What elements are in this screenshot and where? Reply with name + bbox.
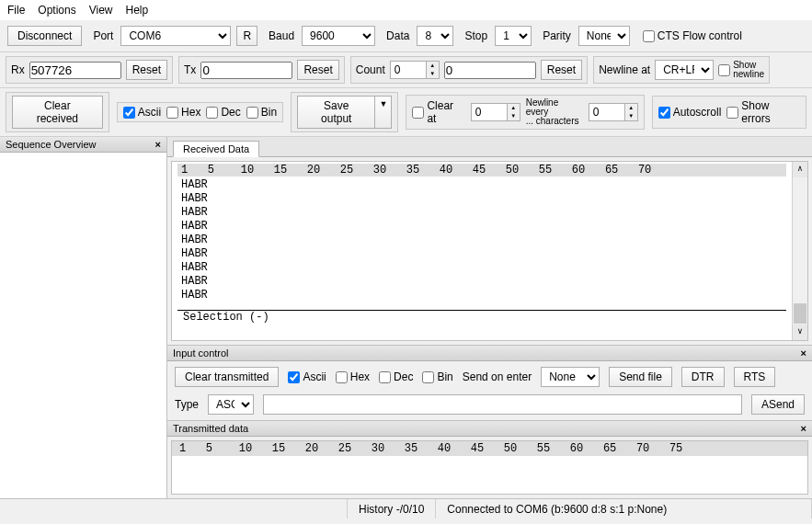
- selection-status: Selection (-): [177, 310, 786, 324]
- tx-count: [200, 62, 292, 79]
- clear-received-button[interactable]: Clear received: [12, 96, 103, 129]
- received-ruler: 1 5 10 15 20 25 30 35 40 45 50 55 60 65 …: [177, 164, 786, 177]
- chevron-down-icon: ▼: [375, 96, 392, 129]
- received-lines: HABR HABR HABR HABR HABR HABR HABR HABR …: [177, 177, 786, 304]
- menu-bar: File Options View Help: [0, 0, 812, 20]
- send-input[interactable]: [263, 394, 742, 415]
- tab-received-data[interactable]: Received Data: [173, 141, 259, 157]
- menu-help[interactable]: Help: [126, 4, 149, 17]
- data-label: Data: [386, 29, 409, 42]
- menu-view[interactable]: View: [89, 4, 113, 17]
- rx-dec-checkbox[interactable]: Dec: [206, 106, 240, 119]
- clear-at-spinner[interactable]: ▲▼: [471, 103, 520, 121]
- data-select[interactable]: 8: [417, 26, 453, 46]
- port-label: Port: [93, 29, 113, 42]
- show-newline-checkbox[interactable]: Show newline: [718, 61, 764, 79]
- transmitted-title: Transmitted data: [173, 423, 248, 434]
- count-spinner[interactable]: ▲▼: [390, 61, 440, 79]
- stop-label: Stop: [464, 29, 487, 42]
- close-tx-button[interactable]: ×: [801, 423, 806, 434]
- scroll-up-icon: ∧: [793, 162, 807, 177]
- spin-down-icon: ▼: [427, 70, 439, 78]
- counters-row: Rx Reset Tx Reset Count ▲▼ Reset Newline…: [0, 52, 812, 88]
- close-sidebar-button[interactable]: ×: [155, 139, 161, 150]
- asend-button[interactable]: ASend: [751, 394, 805, 415]
- newline-group: Newline at CR+LF Show newline: [593, 56, 770, 84]
- type-select[interactable]: ASC: [208, 394, 254, 415]
- main-area: Sequence Overview × Received Data 1 5 10…: [0, 137, 812, 498]
- received-scrollbar[interactable]: ∧ ∨: [792, 162, 807, 340]
- baud-label: Baud: [269, 29, 294, 42]
- count-field: [444, 62, 536, 79]
- clear-at-checkbox[interactable]: Clear at: [412, 99, 464, 125]
- rx-ascii-checkbox[interactable]: Ascii: [123, 106, 161, 119]
- tx-ruler: 1 5 10 15 20 25 30 35 40 45 50 55 60 65 …: [172, 441, 807, 456]
- cts-flow-checkbox[interactable]: CTS Flow control: [643, 29, 742, 42]
- sequence-overview-body: [0, 153, 166, 498]
- rx-reset-button[interactable]: Reset: [126, 60, 167, 80]
- input-control-panel: Input control × Clear transmitted Ascii …: [167, 346, 812, 421]
- port-select[interactable]: COM6: [120, 26, 231, 46]
- options-row: Clear received Ascii Hex Dec Bin Save ou…: [0, 88, 812, 137]
- tx-label: Tx: [184, 63, 196, 76]
- count-label: Count: [356, 63, 385, 76]
- send-file-button[interactable]: Send file: [609, 367, 672, 387]
- save-output-button[interactable]: Save output▼: [297, 96, 392, 129]
- reconnect-button[interactable]: R: [236, 26, 257, 46]
- send-on-enter-label: Send on enter: [463, 370, 532, 383]
- status-connection: Connected to COM6 (b:9600 d:8 s:1 p:None…: [436, 499, 812, 518]
- input-control-title: Input control: [173, 347, 229, 359]
- rts-button[interactable]: RTS: [734, 367, 776, 387]
- tx-group: Tx Reset: [178, 56, 345, 84]
- received-panel: Received Data 1 5 10 15 20 25 30 35 40 4…: [167, 137, 812, 346]
- tx-lines: [172, 456, 807, 487]
- count-reset-button[interactable]: Reset: [541, 60, 582, 80]
- rx-group: Rx Reset: [6, 56, 173, 84]
- tx-hex-checkbox[interactable]: Hex: [336, 370, 370, 383]
- sequence-overview-title: Sequence Overview: [6, 139, 96, 150]
- transmitted-panel: Transmitted data × 1 5 10 15 20 25 30 35…: [167, 421, 812, 498]
- dtr-button[interactable]: DTR: [681, 367, 725, 387]
- type-label: Type: [175, 398, 199, 411]
- newline-every-label: Newline every ... characters: [526, 98, 583, 126]
- status-bar: History -/0/10 Connected to COM6 (b:9600…: [0, 498, 812, 518]
- newline-at-select[interactable]: CR+LF: [655, 60, 714, 80]
- newline-at-label: Newline at: [599, 63, 650, 76]
- scroll-down-icon: ∨: [793, 325, 807, 340]
- clear-transmitted-button[interactable]: Clear transmitted: [175, 367, 279, 387]
- tx-ascii-checkbox[interactable]: Ascii: [288, 370, 326, 383]
- sequence-overview-panel: Sequence Overview ×: [0, 137, 167, 498]
- rx-hex-checkbox[interactable]: Hex: [166, 106, 200, 119]
- count-group: Count ▲▼ Reset: [350, 56, 588, 84]
- tx-dec-checkbox[interactable]: Dec: [379, 370, 413, 383]
- connection-toolbar: Disconnect Port COM6 R Baud 9600 Data 8 …: [0, 20, 812, 52]
- autoscroll-checkbox[interactable]: Autoscroll: [658, 106, 722, 119]
- rx-bin-checkbox[interactable]: Bin: [246, 106, 277, 119]
- send-on-enter-select[interactable]: None: [541, 367, 600, 387]
- menu-options[interactable]: Options: [38, 4, 75, 17]
- menu-file[interactable]: File: [7, 4, 25, 17]
- show-errors-checkbox[interactable]: Show errors: [726, 99, 800, 125]
- newline-every-spinner[interactable]: ▲▼: [589, 103, 638, 121]
- spin-up-icon: ▲: [427, 62, 439, 70]
- status-history: History -/0/10: [348, 499, 436, 518]
- parity-label: Parity: [543, 29, 571, 42]
- parity-select[interactable]: None: [578, 26, 630, 46]
- stop-select[interactable]: 1: [495, 26, 532, 46]
- close-input-button[interactable]: ×: [801, 347, 806, 359]
- disconnect-button[interactable]: Disconnect: [7, 26, 82, 46]
- rx-label: Rx: [11, 63, 25, 76]
- tx-reset-button[interactable]: Reset: [297, 60, 338, 80]
- baud-select[interactable]: 9600: [302, 26, 375, 46]
- tx-bin-checkbox[interactable]: Bin: [422, 370, 452, 383]
- rx-count: [29, 62, 121, 79]
